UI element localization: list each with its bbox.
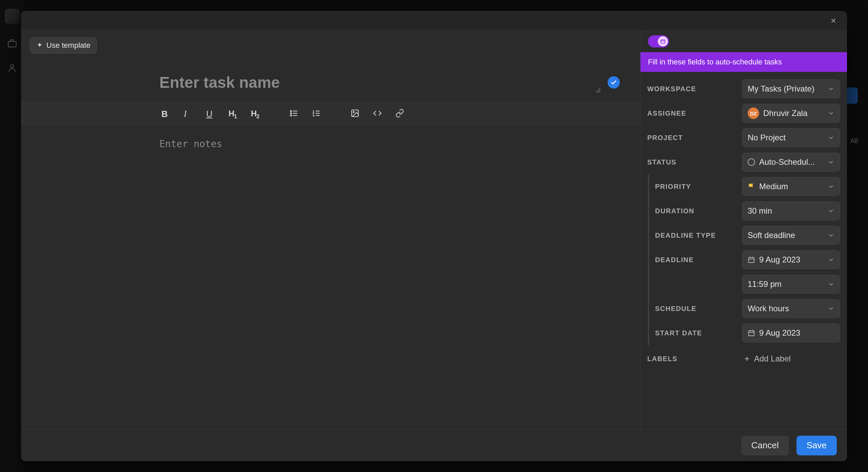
duration-select[interactable]: 30 min [742,201,840,220]
start-date-label: START DATE [655,329,737,337]
svg-rect-17 [749,258,754,263]
svg-rect-21 [749,331,754,336]
h1-glyph: H1 [229,109,237,118]
priority-value: Medium [759,182,788,191]
numbered-list-icon [312,109,321,118]
add-label-button[interactable]: Add Label [742,350,840,368]
italic-button[interactable]: I [182,107,195,120]
chevron-down-icon [828,256,834,263]
link-button[interactable] [393,107,406,120]
svg-rect-15 [661,40,665,43]
priority-select[interactable]: Medium [742,177,840,196]
deadline-date-select[interactable]: 9 Aug 2023 [742,250,840,269]
assignee-avatar: DZ [748,107,759,119]
editor-toolbar: B I U H1 H2 [21,102,640,125]
bullet-list-button[interactable] [288,107,300,120]
h2-glyph: H2 [251,109,260,118]
schedule-select[interactable]: Work hours [742,299,840,318]
check-icon [610,79,617,86]
schedule-label: SCHEDULE [655,305,737,313]
notes-input[interactable] [159,138,620,416]
image-button[interactable] [349,107,361,120]
status-value: Auto-Schedul... [759,157,815,167]
add-label-text: Add Label [754,354,791,363]
bold-button[interactable]: B [159,107,172,120]
chevron-down-icon [828,183,834,190]
plus-icon [743,355,751,362]
chevron-down-icon [828,159,834,165]
toggle-knob [658,36,668,46]
complete-check-button[interactable] [608,76,620,88]
start-date-value: 9 Aug 2023 [759,328,800,338]
workspace-value: My Tasks (Private) [748,84,824,94]
calendar-icon [748,329,755,337]
start-date-select[interactable]: 9 Aug 2023 [742,323,840,342]
auto-schedule-toggle[interactable] [648,35,669,47]
project-select[interactable]: No Project [742,128,840,147]
bold-glyph: B [161,109,170,118]
h2-button[interactable]: H2 [249,107,262,120]
chevron-down-icon [828,110,834,117]
deadline-value: 9 Aug 2023 [759,255,800,264]
save-button[interactable]: Save [796,436,837,455]
close-icon [830,17,837,24]
flag-icon [748,183,755,190]
bullet-list-icon [290,109,298,118]
project-value: No Project [748,133,824,142]
numbered-list-button[interactable] [310,107,323,120]
svg-point-14 [353,112,354,113]
underline-button[interactable]: U [204,107,217,120]
duration-label: DURATION [655,207,737,215]
status-circle-icon [748,158,755,166]
editor-panel: Use template B I U H1 H2 [21,31,640,429]
underline-glyph: U [206,109,215,118]
svg-point-9 [291,115,292,116]
schedule-value: Work hours [748,304,824,313]
properties-panel: Fill in these fields to auto-schedule ta… [640,31,847,429]
cancel-button[interactable]: Cancel [741,436,789,455]
chevron-down-icon [828,85,834,92]
use-template-label: Use template [46,41,91,50]
assignee-select[interactable]: DZ Dhruvir Zala [742,104,840,123]
assignee-label: ASSIGNEE [647,110,737,117]
status-label: STATUS [647,158,737,166]
calendar-small-icon [660,39,666,44]
code-button[interactable] [371,107,384,120]
task-name-input[interactable] [159,73,601,92]
chevron-down-icon [828,208,834,214]
duration-value: 30 min [748,206,824,216]
calendar-icon [748,256,755,263]
priority-label: PRIORITY [655,183,737,191]
deadline-time-value: 11:59 pm [748,279,824,289]
link-icon [395,109,404,118]
svg-point-7 [291,111,292,112]
modal-footer: Cancel Save [21,429,847,461]
svg-point-8 [291,113,292,114]
chevron-down-icon [828,134,834,141]
italic-glyph: I [184,109,193,118]
image-icon [351,109,359,118]
chevron-down-icon [828,232,834,239]
task-modal: Use template B I U H1 H2 [21,11,847,461]
code-icon [373,109,382,118]
chevron-down-icon [828,305,834,312]
workspace-select[interactable]: My Tasks (Private) [742,79,840,98]
resize-handle-icon[interactable] [596,88,601,93]
close-button[interactable] [827,15,840,27]
deadline-label: DEADLINE [655,256,737,264]
project-label: PROJECT [647,134,737,142]
deadline-type-label: DEADLINE TYPE [655,232,737,239]
workspace-label: WORKSPACE [647,85,737,93]
deadline-type-select[interactable]: Soft deadline [742,226,840,245]
labels-label: LABELS [647,355,737,363]
deadline-type-value: Soft deadline [748,231,824,240]
h1-button[interactable]: H1 [226,107,239,120]
auto-schedule-banner: Fill in these fields to auto-schedule ta… [640,52,847,72]
assignee-value: Dhruvir Zala [763,109,808,118]
status-select[interactable]: Auto-Schedul... [742,153,840,172]
chevron-down-icon [828,281,834,288]
deadline-time-select[interactable]: 11:59 pm [742,275,840,294]
sparkle-icon [36,42,43,49]
use-template-button[interactable]: Use template [30,37,97,54]
modal-topbar [21,11,847,31]
